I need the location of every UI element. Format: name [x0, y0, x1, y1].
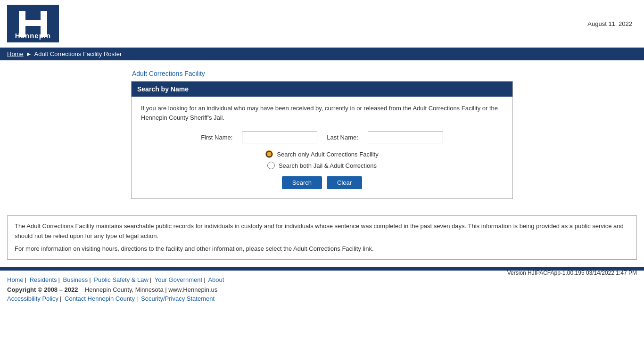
info-line2: For more information on visiting hours, … [15, 244, 629, 254]
footer-nav-business[interactable]: Business [63, 276, 88, 283]
breadcrumb-current: Adult Corrections Facility Roster [34, 50, 122, 58]
footer-nav-residents[interactable]: Residents [30, 276, 57, 283]
footer-nav: Home| Residents| Business| Public Safety… [7, 276, 637, 283]
facility-title: Adult Corrections Facility [132, 70, 205, 77]
logo-area: Hennepin [7, 5, 59, 42]
header-date: August 11, 2022 [587, 20, 637, 27]
search-description: If you are looking for an individual who… [141, 104, 503, 122]
radio-acf-only-label: Search only Adult Corrections Facility [277, 151, 378, 158]
search-button[interactable]: Search [282, 176, 322, 189]
copyright-text: Copyright © 2008 – 2022 [7, 286, 78, 293]
search-panel-body: If you are looking for an individual who… [132, 97, 512, 198]
radio-options: Search only Adult Corrections Facility S… [141, 150, 503, 169]
footer-version: Version HJIPACFApp-1.00.195 03/14/2022 1… [507, 270, 637, 276]
name-fields: First Name: Last Name: [141, 132, 503, 143]
footer-nav-your-government[interactable]: Your Government [155, 276, 202, 283]
footer-nav-home[interactable]: Home [7, 276, 24, 283]
last-name-input[interactable] [368, 132, 443, 143]
info-line1: The Adult Corrections Facility maintains… [15, 222, 629, 241]
page-header: Hennepin August 11, 2022 [0, 0, 644, 48]
radio-both[interactable] [267, 162, 275, 169]
main-content: Adult Corrections Facility Search by Nam… [0, 60, 644, 208]
footer-org: Hennepin County, Minnesota | www.Hennepi… [85, 286, 217, 293]
logo-text: Hennepin [7, 32, 59, 40]
first-name-label: First Name: [201, 134, 232, 141]
footer-links: Accessibility Policy| Contact Hennepin C… [7, 295, 637, 302]
footer-nav-public-safety[interactable]: Public Safety & Law [94, 276, 149, 283]
search-panel-header: Search by Name [132, 82, 512, 97]
search-panel: Search by Name If you are looking for an… [131, 81, 513, 199]
breadcrumb-separator: ► [26, 50, 32, 58]
radio-option-2: Search both Jail & Adult Corrections [267, 162, 377, 169]
footer-security[interactable]: Security/Privacy Statement [141, 295, 215, 302]
button-row: Search Clear [141, 176, 503, 189]
clear-button[interactable]: Clear [327, 176, 362, 189]
radio-option-1: Search only Adult Corrections Facility [265, 150, 378, 158]
radio-both-label: Search both Jail & Adult Corrections [279, 162, 377, 169]
footer-accessibility[interactable]: Accessibility Policy [7, 295, 58, 302]
info-box: The Adult Corrections Facility maintains… [7, 215, 637, 260]
footer-nav-about[interactable]: About [208, 276, 224, 283]
radio-acf-only[interactable] [265, 150, 273, 158]
last-name-label: Last Name: [327, 134, 358, 141]
first-name-input[interactable] [242, 132, 317, 143]
breadcrumb-bar: Home ► Adult Corrections Facility Roster [0, 48, 644, 60]
logo-box: Hennepin [7, 5, 59, 42]
breadcrumb-home-link[interactable]: Home [7, 50, 24, 58]
footer-wrapper: Home| Residents| Business| Public Safety… [0, 271, 644, 307]
footer-contact[interactable]: Contact Hennepin County [65, 295, 135, 302]
footer-copyright: Copyright © 2008 – 2022 Hennepin County,… [7, 286, 637, 293]
